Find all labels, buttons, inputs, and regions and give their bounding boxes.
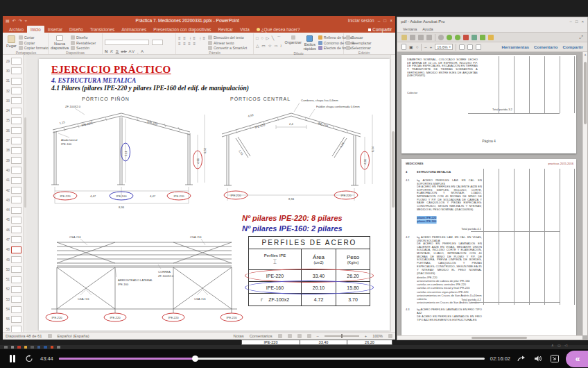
grid-view-icon[interactable] [288, 334, 292, 338]
gear-icon[interactable] [438, 35, 444, 40]
shape-gallery[interactable]: □ ○ ▷ ╲ ⌒ [256, 35, 283, 42]
slide-thumbnail-41[interactable]: 41 [4, 176, 22, 185]
taskbar-icon[interactable] [44, 346, 47, 349]
close-icon[interactable]: × [390, 18, 392, 23]
arrange-button[interactable]: Organizar [285, 34, 302, 44]
cut-button[interactable]: Cortar [19, 35, 49, 40]
align-buttons[interactable]: ≡ ≡ ≡ ≡ [178, 42, 206, 46]
tab-revisar[interactable]: Revisar [215, 26, 236, 33]
comments-button[interactable]: Comentarios [250, 334, 273, 338]
print-icon[interactable] [418, 35, 424, 40]
replace-button[interactable]: Reemplazar [346, 41, 372, 45]
slideshow-view-icon[interactable] [307, 334, 311, 338]
pdf-export-icon[interactable] [463, 35, 469, 40]
slide-thumbnail-53[interactable]: 53 [4, 294, 22, 304]
zoom-in-icon[interactable]: + [430, 45, 433, 49]
share-button[interactable]: Compartir [562, 44, 583, 49]
comment-bubble2-icon[interactable] [455, 35, 460, 40]
replay-icon[interactable] [24, 353, 35, 365]
slide-thumbnail-32[interactable]: 32 [4, 86, 22, 96]
close-icon[interactable]: × [581, 19, 584, 24]
tab-archivo[interactable]: Archivo [6, 26, 27, 33]
reset-button[interactable]: Restablecer [71, 41, 96, 45]
pdf-document-area[interactable]: DIAMETRO NOMINAL, COLOCADO SOBRE LECHO D… [397, 52, 587, 340]
attach-icon[interactable] [472, 35, 477, 40]
zoom-level[interactable]: 100% [372, 334, 383, 338]
slide-thumbnail-34[interactable]: 34 [4, 106, 22, 115]
slide-thumbnail-43[interactable]: 43 [4, 195, 22, 205]
sheet-icon[interactable] [480, 35, 485, 40]
tell-me-box[interactable]: ¿Qué desea hacer? [253, 26, 304, 33]
spellcheck-icon[interactable] [48, 334, 52, 338]
zoom-out-button[interactable]: – [317, 334, 319, 338]
taskbar-icon[interactable] [57, 346, 60, 349]
maximize-icon[interactable]: □ [576, 19, 578, 24]
shape-gallery-row2[interactable]: △ ▭ ☆ ⇨ ≀ [256, 43, 283, 48]
slide-thumbnail-31[interactable]: 31 [4, 76, 22, 86]
align-text-button[interactable]: Alinear texto [208, 41, 247, 45]
canvas-scrollbar[interactable] [390, 55, 395, 332]
slide-thumbnail-50[interactable]: 50 [4, 265, 22, 274]
slide-thumbnail-55[interactable]: 55 [4, 315, 22, 324]
taskbar-icon[interactable] [31, 346, 34, 349]
layout-button[interactable]: Diseño [71, 35, 96, 40]
quick-styles-button[interactable]: Estilos rápidos [304, 34, 316, 51]
slide-thumbnail-35[interactable]: 35 [4, 116, 22, 126]
slide-thumbnail-36[interactable]: 36 [4, 126, 22, 135]
email-icon[interactable] [426, 35, 432, 40]
hand-tool-icon[interactable]: ▣ [409, 44, 413, 49]
slide-thumbnail-42[interactable]: 42 [4, 185, 22, 195]
pause-button[interactable] [7, 353, 18, 365]
tab-presentación-con-diapositivas[interactable]: Presentación con diapositivas [150, 26, 214, 33]
pip-icon[interactable] [549, 353, 560, 365]
tab-vista[interactable]: Vista [236, 26, 253, 33]
maximize-icon[interactable]: □ [383, 18, 386, 23]
slide-thumbnail-39[interactable]: 39 [4, 156, 22, 165]
slide-thumbnail-37[interactable]: 37 [4, 135, 22, 145]
system-tray[interactable]: ∧ ▭ ◁ [551, 343, 569, 347]
slide-thumbnail-54[interactable]: 54 [4, 304, 22, 314]
volume-icon[interactable] [533, 353, 544, 365]
zoom-in-button[interactable]: + [365, 334, 367, 338]
highlighted-text[interactable]: pilares IPE-220 [417, 216, 437, 219]
tools-button[interactable]: Herramientas [501, 44, 529, 49]
notes-button[interactable]: Notas [234, 334, 244, 338]
list-buttons[interactable]: ≡ ≡ ⋮≡ ⋮≡ [178, 35, 206, 40]
minimize-icon[interactable]: – [378, 18, 381, 23]
taskbar-icon[interactable] [11, 346, 15, 349]
pdf-h-scrollbar[interactable] [397, 335, 582, 340]
seek-bar[interactable] [59, 358, 485, 360]
tab-transiciones[interactable]: Transiciones [87, 26, 118, 33]
zoom-slider[interactable] [325, 335, 359, 337]
fit-slide-icon[interactable] [388, 334, 392, 338]
taskbar-icon[interactable] [4, 346, 8, 349]
slide-thumbnail-49[interactable]: 49 [4, 255, 22, 265]
slide-thumbnail-46[interactable]: 46 [4, 225, 22, 235]
select-tool-icon[interactable]: ○ [416, 45, 419, 49]
slide-thumbnail-list[interactable]: 2930313233343536373839404142434445464748… [3, 55, 24, 332]
menu-ayuda[interactable]: Ayuda [422, 27, 433, 31]
sign-in-button[interactable]: Iniciar sesión [348, 18, 374, 23]
page-thumbnail-icon[interactable] [401, 44, 406, 50]
slide-thumbnail-56[interactable]: 56 [4, 324, 22, 332]
slide-thumbnail-40[interactable]: 40 [4, 165, 22, 175]
tab-inicio[interactable]: Inicio [27, 26, 44, 33]
minimize-icon[interactable]: – [570, 19, 572, 24]
comment-bubble-icon[interactable] [447, 35, 452, 40]
slide-thumbnail-38[interactable]: 38 [4, 146, 22, 156]
pdf-scrollbar[interactable]: ▴ [582, 52, 587, 335]
zoom-out-icon[interactable]: – [424, 45, 426, 49]
share-arrow-icon[interactable] [516, 353, 527, 365]
reading-view-icon[interactable] [297, 334, 302, 338]
menu-ventana[interactable]: Ventana [403, 27, 417, 31]
save-icon[interactable]: ▤ [6, 19, 10, 23]
slide-thumbnail-44[interactable]: 44 [4, 205, 22, 215]
single-page-icon[interactable] [459, 44, 465, 50]
slide-thumbnail-47[interactable]: 47 [4, 235, 22, 244]
slide-thumbnail-33[interactable]: 33 [4, 96, 22, 106]
taskbar-icon[interactable] [24, 346, 28, 349]
font-selector[interactable] [105, 35, 163, 48]
taskbar-icon[interactable] [51, 346, 54, 349]
taskbar-icon[interactable] [37, 346, 41, 349]
text-direction-button[interactable]: Dirección del texto [208, 35, 247, 40]
